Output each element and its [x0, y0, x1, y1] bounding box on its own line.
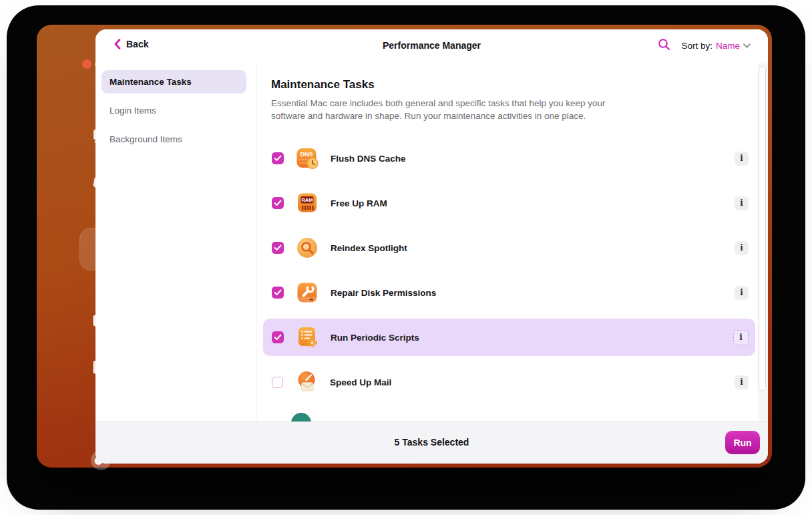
close-window-button[interactable] — [82, 59, 91, 69]
scrollbar-track[interactable] — [758, 63, 768, 422]
checkbox-unchecked[interactable] — [272, 377, 283, 388]
footer-bar: 5 Tasks Selected Run — [95, 421, 768, 464]
periodic-scripts-icon — [295, 325, 319, 349]
checkbox-checked[interactable] — [272, 197, 284, 209]
disk-wrench-icon — [295, 281, 319, 305]
task-label: Speed Up Mail — [330, 377, 391, 387]
inner-sidebar: Maintenance Tasks Login Items Background… — [95, 63, 256, 422]
sidebar-item-background-items[interactable]: Background Items — [102, 128, 246, 151]
task-label: Reindex Spotlight — [331, 243, 407, 253]
mail-speed-icon — [294, 370, 319, 394]
checkbox-checked[interactable] — [272, 152, 284, 164]
task-label: Repair Disk Permissions — [331, 288, 436, 298]
task-label: Free Up RAM — [331, 198, 387, 208]
task-row-reindex-spotlight[interactable]: Reindex Spotlight i — [263, 229, 755, 267]
info-button[interactable]: i — [735, 152, 749, 166]
run-button[interactable]: Run — [725, 431, 760, 454]
dns-cache-icon: DNS — [295, 146, 319, 170]
panel-header: Back Performance Manager Sort by: Name — [95, 29, 768, 64]
sort-by-label: Sort by: — [681, 41, 713, 51]
task-label: Run Periodic Scripts — [331, 333, 419, 343]
info-button[interactable]: i — [735, 375, 749, 389]
sidebar-item-login-items[interactable]: Login Items — [102, 99, 246, 122]
app-window: A Back Per — [37, 25, 772, 468]
spotlight-icon — [295, 236, 319, 260]
sort-by-value: Name — [716, 41, 740, 51]
ram-icon: RAM — [295, 191, 319, 215]
search-icon[interactable] — [658, 38, 670, 53]
sidebar-item-maintenance-tasks[interactable]: Maintenance Tasks — [102, 70, 246, 94]
chevron-down-icon — [743, 43, 751, 48]
tasks-selected-status: 5 Tasks Selected — [95, 437, 768, 448]
svg-text:DNS: DNS — [300, 151, 313, 158]
info-button[interactable]: i — [733, 330, 749, 345]
info-button[interactable]: i — [735, 286, 749, 300]
sort-by-dropdown[interactable]: Sort by: Name — [681, 41, 751, 51]
checkbox-checked[interactable] — [272, 331, 284, 343]
task-row-free-up-ram[interactable]: RAM Free Up RAM i — [263, 184, 755, 222]
task-row-speed-up-mail[interactable]: Speed Up Mail i — [263, 363, 755, 401]
checkbox-checked[interactable] — [272, 242, 284, 254]
task-label: Flush DNS Cache — [331, 154, 406, 164]
content-area: Maintenance Tasks Essential Mac care inc… — [256, 63, 768, 422]
main-panel: Back Performance Manager Sort by: Name — [95, 29, 768, 464]
task-row-repair-disk-permissions[interactable]: Repair Disk Permissions i — [263, 274, 755, 311]
task-row-run-periodic-scripts[interactable]: Run Periodic Scripts i — [263, 319, 755, 356]
info-button[interactable]: i — [735, 241, 749, 255]
task-list: DNS Flush DNS Cache i — [271, 140, 755, 401]
checkbox-checked[interactable] — [272, 287, 284, 299]
scrollbar-thumb[interactable] — [759, 66, 766, 391]
task-row-flush-dns-cache[interactable]: DNS Flush DNS Cache i — [263, 140, 755, 177]
content-description: Essential Mac care includes both general… — [271, 98, 608, 122]
content-title: Maintenance Tasks — [271, 78, 768, 92]
svg-text:RAM: RAM — [301, 197, 313, 203]
info-button[interactable]: i — [735, 196, 749, 210]
